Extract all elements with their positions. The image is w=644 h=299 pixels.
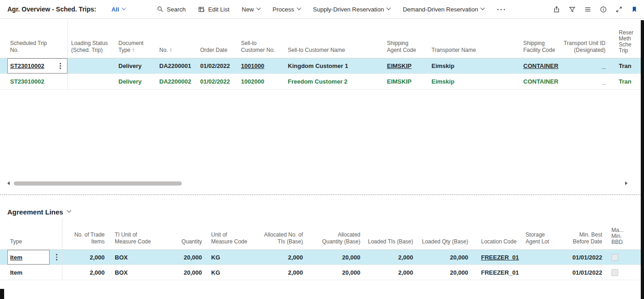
demand-driven-reservation-menu-button[interactable]: Demand-Driven Reservation [403, 6, 484, 13]
column-header-quantity[interactable]: Quantity [161, 219, 206, 249]
loaded-tis-cell[interactable]: 2,000 [398, 269, 413, 276]
column-header-scheduled-trip-no[interactable]: Scheduled Trip No. [7, 19, 68, 58]
pane-splitter[interactable] [0, 194, 644, 195]
order-date-cell[interactable]: 01/02/2022 [200, 62, 230, 69]
column-header-document-type[interactable]: Document Type ↑ [116, 19, 156, 58]
type-cell[interactable]: Item [7, 269, 22, 276]
column-header-transporter-name[interactable]: Transporter Name [425, 19, 516, 58]
trip-no-link[interactable]: ST23010002 [7, 62, 44, 69]
column-header-location-code[interactable]: Location Code [472, 219, 521, 249]
allocated-qty-cell[interactable]: 20,000 [342, 254, 360, 261]
row-menu-icon[interactable] [58, 62, 63, 70]
allocated-tis-cell[interactable]: 2,000 [288, 254, 303, 261]
loaded-tis-cell[interactable]: 2,000 [398, 254, 413, 261]
transporter-name-cell[interactable]: Eimskip [431, 62, 454, 69]
column-header-min-best-before-date[interactable]: Min. Best Before Date [564, 219, 606, 249]
scrollbar-track[interactable] [13, 181, 622, 186]
column-header-loaded-tis[interactable]: Loaded TIs (Base) [364, 219, 417, 249]
column-header-loaded-qty[interactable]: Loaded Qty (Base) [417, 219, 472, 249]
uom-cell[interactable]: KG [211, 254, 220, 261]
bbd-checkbox[interactable] [611, 269, 618, 276]
search-button[interactable]: Search [157, 6, 185, 13]
transport-unit-id-cell[interactable]: _ [602, 78, 605, 85]
allocated-qty-cell[interactable]: 20,000 [342, 269, 360, 276]
quantity-cell[interactable]: 20,000 [184, 254, 202, 261]
process-menu-button[interactable]: Process [273, 6, 301, 13]
show-list-icon[interactable] [584, 6, 591, 13]
document-no-cell[interactable]: DA2200002 [159, 78, 191, 85]
type-link[interactable]: Item [10, 254, 22, 261]
sell-to-customer-no-link[interactable]: 1001000 [241, 62, 264, 69]
loaded-qty-cell[interactable]: 20,000 [450, 269, 468, 276]
column-header-max-min-bbd[interactable]: Ma... Min. BBD [606, 219, 644, 249]
shipping-facility-code-link[interactable]: CONTAINER [523, 62, 558, 69]
edit-list-button[interactable]: Edit List [198, 6, 230, 13]
filter-icon[interactable] [569, 6, 576, 13]
allocated-tis-cell[interactable]: 2,000 [288, 269, 303, 276]
supply-driven-reservation-menu-button[interactable]: Supply-Driven Reservation [313, 6, 391, 13]
column-header-no[interactable]: No. ↑ [156, 19, 197, 58]
shipping-facility-code-cell[interactable]: CONTAINER [523, 78, 558, 85]
scroll-left-icon[interactable] [7, 181, 10, 185]
min-bbd-cell[interactable]: 01/01/2022 [572, 254, 602, 261]
ti-uom-cell[interactable]: BOX [115, 269, 128, 276]
column-header-sell-to-customer-no[interactable]: Sell-to Customer No. [238, 19, 284, 58]
shipping-agent-code-cell[interactable]: EIMSKIP [387, 78, 411, 85]
scroll-right-icon[interactable] [625, 181, 627, 185]
column-header-sell-to-customer-name[interactable]: Sell-to Customer Name [284, 19, 380, 58]
document-type-cell[interactable]: Delivery [118, 62, 142, 69]
sell-to-customer-name-cell[interactable]: Freedom Customer 2 [288, 78, 347, 85]
column-header-reservation-method[interactable]: Reser Meth Sche Trip [608, 19, 644, 58]
active-cell[interactable]: ST23010002 [7, 58, 67, 73]
new-menu-button[interactable]: New [242, 6, 260, 13]
column-header-unit-of-measure[interactable]: Unit of Measure Code [206, 219, 256, 249]
trade-items-cell[interactable]: 2,000 [90, 269, 105, 276]
document-type-cell[interactable]: Delivery [118, 78, 142, 85]
location-code-cell[interactable]: FREEZER_01 [481, 269, 519, 276]
reservation-method-cell[interactable]: Tran [619, 62, 631, 69]
column-header-type[interactable]: Type [7, 219, 62, 249]
order-date-cell[interactable]: 01/02/2022 [200, 78, 230, 85]
column-header-no-of-trade-items[interactable]: No. of Trade Items [62, 219, 108, 249]
quantity-cell[interactable]: 20,000 [184, 269, 202, 276]
location-code-link[interactable]: FREEZER_01 [481, 254, 519, 261]
document-no-cell[interactable]: DA2200001 [159, 62, 191, 69]
share-icon[interactable] [553, 6, 560, 13]
column-header-allocated-no-of-tis[interactable]: Allocated No. of TIs (Base) [256, 219, 307, 249]
column-header-allocated-quantity[interactable]: Allocated Quantity (Base) [307, 219, 364, 249]
table-row[interactable]: ST23010002 Delivery DA2200001 01/02/2022… [0, 58, 644, 74]
row-menu-icon[interactable] [54, 253, 59, 261]
active-cell[interactable]: Item [7, 250, 50, 265]
bookmark-icon[interactable] [631, 6, 638, 13]
loaded-qty-cell[interactable]: 20,000 [450, 254, 468, 261]
scrollbar-thumb[interactable] [14, 181, 182, 186]
view-filter-dropdown[interactable]: All [112, 6, 126, 13]
column-header-shipping-agent-code[interactable]: Shipping Agent Code [380, 19, 425, 58]
info-icon[interactable] [600, 6, 607, 13]
min-bbd-cell[interactable]: 01/01/2022 [572, 269, 602, 276]
expand-icon[interactable] [616, 6, 622, 13]
uom-cell[interactable]: KG [211, 269, 220, 276]
sell-to-customer-no-cell[interactable]: 1002000 [241, 78, 264, 85]
table-row[interactable]: Item 2,000 BOX 20,000 KG 2,000 20,000 2,… [0, 250, 644, 265]
trade-items-cell[interactable]: 2,000 [90, 254, 105, 261]
trip-no-cell[interactable]: ST23010002 [10, 78, 44, 85]
horizontal-scrollbar[interactable] [7, 180, 627, 187]
column-header-ti-unit-of-measure[interactable]: TI Unit of Measure Code [108, 219, 161, 249]
shipping-agent-code-link[interactable]: EIMSKIP [387, 62, 411, 69]
agreement-lines-title[interactable]: Agreement Lines [0, 205, 644, 219]
column-header-order-date[interactable]: Order Date [197, 19, 238, 58]
ti-uom-cell[interactable]: BOX [115, 254, 128, 261]
column-header-loading-status[interactable]: Loading Status (Sched. Trip) [68, 19, 116, 58]
transport-unit-id-cell[interactable]: _ [602, 62, 605, 69]
bbd-checkbox[interactable] [611, 254, 618, 261]
column-header-shipping-facility-code[interactable]: Shipping Facility Code [516, 19, 562, 58]
column-header-transport-unit-id[interactable]: Transport Unit ID (Designated) [562, 19, 608, 58]
table-row[interactable]: ST23010002 Delivery DA2200002 01/02/2022… [0, 74, 644, 90]
table-row[interactable]: Item 2,000 BOX 20,000 KG 2,000 20,000 2,… [0, 265, 644, 280]
sell-to-customer-name-cell[interactable]: Kingdom Customer 1 [288, 62, 348, 69]
more-options-button[interactable]: ··· [497, 6, 506, 13]
column-header-storage-agent-lot[interactable]: Storage Agent Lot [521, 219, 564, 249]
reservation-method-cell[interactable]: Tran [619, 78, 631, 85]
transporter-name-cell[interactable]: Eimskip [431, 78, 454, 85]
